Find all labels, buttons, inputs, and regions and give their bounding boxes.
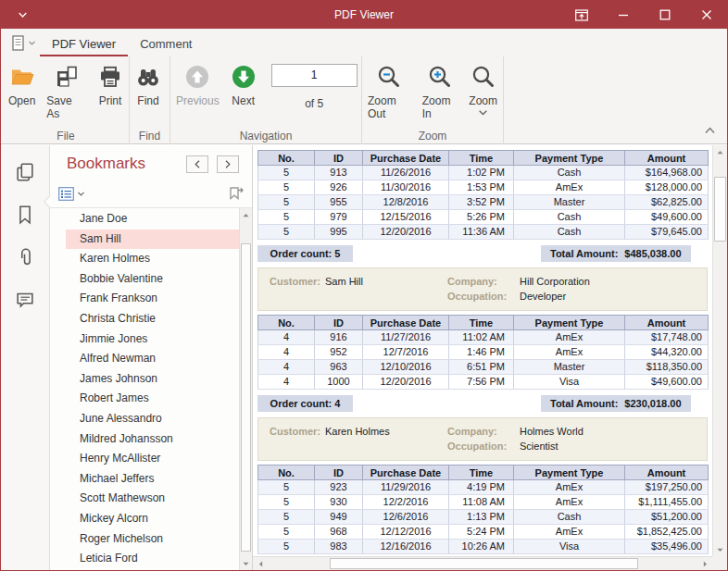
scrollbar-thumb[interactable] <box>330 558 638 569</box>
scroll-up-arrow[interactable] <box>240 208 252 221</box>
column-header: Payment Type <box>514 316 625 330</box>
zoom-dropdown-button[interactable]: Zoom <box>463 62 503 120</box>
scroll-left-arrow[interactable] <box>253 557 268 570</box>
collapse-ribbon-button[interactable] <box>701 124 718 137</box>
zoom-in-button[interactable]: Zoom In <box>417 62 464 120</box>
table-row: 595512/8/20163:52 PMMaster$62,825.00 <box>258 195 709 210</box>
bookmark-item[interactable]: Henry McAllister <box>50 449 239 469</box>
next-bookmark-button[interactable] <box>217 155 239 173</box>
quick-access-dropdown-button[interactable] <box>1 1 44 29</box>
bookmarks-scrollbar[interactable] <box>239 208 252 570</box>
scroll-down-arrow[interactable] <box>713 543 727 556</box>
list-options-icon <box>58 187 74 201</box>
scroll-up-arrow[interactable] <box>713 145 727 158</box>
zoom-in-label: Zoom In <box>422 94 458 120</box>
chevron-down-icon <box>19 12 27 18</box>
bookmark-item[interactable]: Sam Hill <box>66 230 239 250</box>
table-cell: 995 <box>315 225 363 240</box>
table-cell: $62,825.00 <box>625 195 709 210</box>
bookmark-item[interactable]: Leticia Ford <box>50 549 239 569</box>
bookmarks-options-button[interactable] <box>58 187 84 201</box>
save-as-button[interactable]: Save As <box>41 62 92 120</box>
magnifier-minus-icon <box>376 64 402 90</box>
bookmark-item[interactable]: James Johnson <box>50 369 239 390</box>
occupation-label: Occupation: <box>447 441 520 452</box>
bookmark-item[interactable]: Frank Frankson <box>50 289 239 309</box>
app-menu-button[interactable] <box>6 29 40 56</box>
table-cell: 11/27/2016 <box>363 330 449 345</box>
customer-label: Customer: <box>270 276 325 287</box>
bookmark-item[interactable]: Bobbie Valentine <box>50 269 239 290</box>
close-icon <box>701 9 712 20</box>
previous-button[interactable]: Previous <box>170 62 225 107</box>
column-header: Time <box>449 151 514 166</box>
fullscreen-button[interactable] <box>560 1 602 29</box>
find-button[interactable]: Find <box>130 62 167 107</box>
pdf-page-content: No.IDPurchase DateTimePayment TypeAmount… <box>253 145 712 556</box>
close-button[interactable] <box>685 1 727 29</box>
bookmark-item[interactable]: Christa Christie <box>50 309 239 329</box>
company-label: Company: <box>447 426 520 437</box>
tab-pdf-viewer[interactable]: PDF Viewer <box>40 32 128 56</box>
bookmark-item[interactable]: Mildred Johansson <box>50 429 239 450</box>
next-button[interactable]: Next <box>225 62 262 107</box>
fullscreen-icon <box>575 9 588 21</box>
scroll-right-arrow[interactable] <box>697 557 712 570</box>
table-cell: 12/7/2016 <box>363 345 449 360</box>
maximize-button[interactable] <box>644 1 685 29</box>
customer-info-box: Customer:Sam HillCompany:Hill Corporatio… <box>257 267 708 311</box>
column-header: ID <box>315 316 363 330</box>
column-header: Amount <box>625 465 709 480</box>
bookmark-item[interactable]: Karen Holmes <box>50 249 239 269</box>
zoom-label: Zoom <box>469 94 497 107</box>
minimize-button[interactable] <box>602 1 644 29</box>
open-button[interactable]: Open <box>3 62 41 107</box>
table-cell: AmEx <box>514 495 625 510</box>
bookmark-item[interactable]: Jane Doe <box>50 209 239 230</box>
table-cell: 6:51 PM <box>449 360 514 375</box>
zoom-out-button[interactable]: Zoom Out <box>362 62 417 120</box>
table-row: 598312/16/201610:26 AMVisa$35,496.00 <box>258 540 709 554</box>
previous-bookmark-button[interactable] <box>186 155 208 173</box>
bookmarks-tab[interactable] <box>11 201 39 229</box>
scrollbar-thumb[interactable] <box>714 177 726 242</box>
table-cell: 930 <box>315 495 363 510</box>
thumbnails-tab[interactable] <box>11 158 39 186</box>
table-cell: 12/20/2016 <box>363 225 449 240</box>
active-panel-pointer <box>44 195 50 212</box>
table-cell: 5:24 PM <box>449 525 514 540</box>
open-folder-icon <box>9 64 35 90</box>
attachments-tab[interactable] <box>11 243 39 271</box>
bookmark-item[interactable]: Robert James <box>50 389 239 409</box>
scroll-down-arrow[interactable] <box>240 557 252 570</box>
go-to-bookmark-button[interactable] <box>228 185 244 204</box>
table-cell: $49,600.00 <box>625 375 709 390</box>
total-amount-label: Total Amount: <box>550 398 618 409</box>
zoom-out-label: Zoom Out <box>368 94 411 120</box>
bookmark-item[interactable]: Jimmie Jones <box>50 329 239 350</box>
column-header: Purchase Date <box>363 465 449 480</box>
table-row: 593012/2/201611:08 AMAmEx$1,111,455.00 <box>258 495 709 510</box>
group-label-file: File <box>3 129 129 144</box>
table-row: 596812/12/20165:24 PMAmEx$1,852,425.00 <box>258 525 709 540</box>
ribbon-group-navigation: Previous Next 1 of 5 Navigation <box>170 56 362 144</box>
column-header: No. <box>258 316 315 330</box>
bookmark-item[interactable]: Mickey Alcorn <box>50 509 239 529</box>
bookmark-item[interactable]: Roger Michelson <box>50 529 239 550</box>
bookmarks-list: Jane DoeSam HillKaren HolmesBobbie Valen… <box>50 208 252 570</box>
document-area: No.IDPurchase DateTimePayment TypeAmount… <box>253 145 727 570</box>
table-cell: Visa <box>514 375 625 390</box>
tab-comment[interactable]: Comment <box>128 32 204 56</box>
table-cell: 12/8/2016 <box>363 195 449 210</box>
comments-tab[interactable] <box>11 286 39 314</box>
print-button[interactable]: Print <box>92 62 129 107</box>
bookmark-item[interactable]: Michael Jeffers <box>50 469 239 490</box>
scrollbar-thumb[interactable] <box>241 243 251 552</box>
bookmark-item[interactable]: Scott Mathewson <box>50 489 239 509</box>
bookmark-item[interactable]: June Alessandro <box>50 409 239 429</box>
bookmark-item[interactable]: Alfred Newman <box>50 349 239 369</box>
document-horizontal-scrollbar[interactable] <box>253 556 712 570</box>
bookmark-arrow-icon <box>228 185 244 200</box>
document-vertical-scrollbar[interactable] <box>712 145 727 556</box>
page-number-input[interactable]: 1 <box>271 64 358 87</box>
